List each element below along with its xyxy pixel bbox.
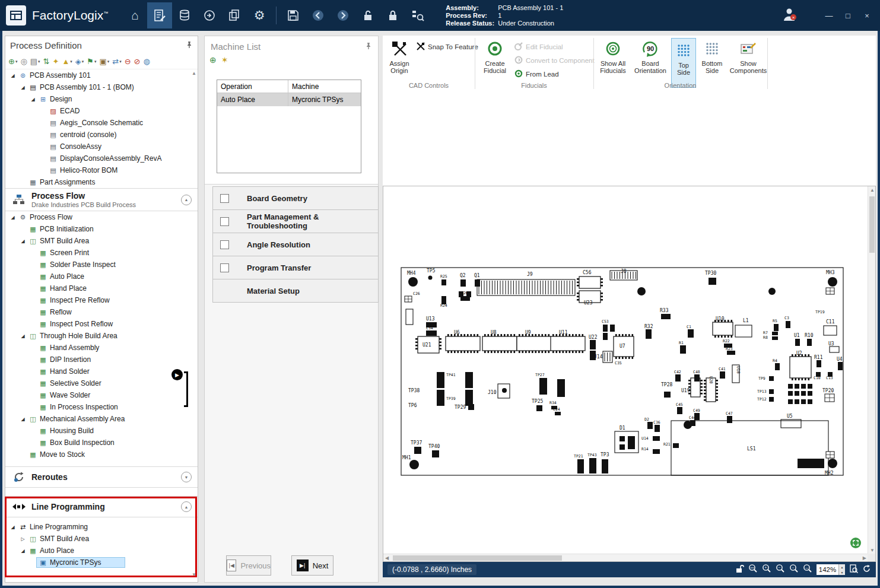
vertical-scroll-thumb[interactable] xyxy=(869,196,875,253)
convert-to-component-button[interactable]: Convert to Component xyxy=(514,55,595,66)
folder-icon[interactable]: ▣▾ xyxy=(99,57,110,66)
section-angle-resolution[interactable]: Angle Resolution xyxy=(212,233,379,256)
flow-item-hand-solder[interactable]: ▦Hand Solder xyxy=(5,365,198,377)
zoom-in-icon[interactable]: + xyxy=(762,564,771,576)
search-structure-icon[interactable] xyxy=(405,2,430,28)
collapse-up-icon[interactable]: ▲ xyxy=(181,195,192,205)
flow-item-process-flow[interactable]: ◢⚙Process Flow xyxy=(5,211,198,223)
show-components-button[interactable]: Show Components xyxy=(729,39,767,74)
forward-icon[interactable] xyxy=(331,2,355,28)
add-icon[interactable]: ⊕▾ xyxy=(8,57,18,66)
zoom-value[interactable]: 142% xyxy=(817,566,838,573)
flow-item-pcb-initialization[interactable]: ▦PCB Initialization xyxy=(5,223,198,235)
documents-icon[interactable] xyxy=(222,2,247,28)
unlock-icon[interactable] xyxy=(355,2,380,28)
flow-item-in-process-inspection[interactable]: ▦In Process Inspection xyxy=(5,401,198,413)
expanded-arrow-icon[interactable]: ◢ xyxy=(9,525,17,530)
flow-item-screen-print[interactable]: ▦Screen Print xyxy=(5,247,198,259)
flow-item-smt-build-area[interactable]: ◢◫SMT Build Area xyxy=(5,235,198,247)
line-item-mycronic-tpsys[interactable]: ▣Mycronic TPSys xyxy=(5,557,198,568)
expanded-arrow-icon[interactable]: ◢ xyxy=(19,333,27,339)
pcb-board-view[interactable]: MH4TP5C26R25Q2Q1R26R24J9C56U23J8TP30MH3U… xyxy=(383,186,868,554)
line-item-smt-build-area[interactable]: ▷◫SMT Build Area xyxy=(5,533,198,545)
package-icon[interactable]: ◈▾ xyxy=(75,57,85,66)
back-icon[interactable] xyxy=(306,2,331,28)
tree-item-ecad[interactable]: ▨ECAD xyxy=(5,105,198,117)
expanded-arrow-icon[interactable]: ◢ xyxy=(19,85,27,90)
line-item-line-programming[interactable]: ◢⇄Line Programming xyxy=(5,521,198,533)
block-icon[interactable]: ⊘ xyxy=(134,57,141,66)
pin-icon[interactable] xyxy=(186,40,193,50)
flow-item-dip-insertion[interactable]: ▦DIP Insertion xyxy=(5,354,198,365)
lock-icon[interactable] xyxy=(380,2,405,28)
user-icon[interactable]: × xyxy=(781,7,797,24)
collapsed-arrow-icon[interactable]: ▷ xyxy=(19,536,27,542)
refresh-view-icon[interactable] xyxy=(862,564,871,576)
dispatch-icon[interactable] xyxy=(197,2,222,28)
flow-item-move-to-stock[interactable]: ▦Move to Stock xyxy=(5,449,198,460)
scroll-up-arrow[interactable]: ▲ xyxy=(192,71,196,76)
zoom-window-icon[interactable]: ▭ xyxy=(748,564,758,576)
flow-item-reflow[interactable]: ▦Reflow xyxy=(5,306,198,318)
pcb-canvas[interactable]: MH4TP5C26R25Q2Q1R26R24J9C56U23J8TP30MH3U… xyxy=(383,186,876,562)
zoom-pan-icon[interactable]: ↔ xyxy=(803,564,812,576)
flow-item-inspect-pre-reflow[interactable]: ▦Inspect Pre Reflow xyxy=(5,294,198,306)
process-editor-icon[interactable] xyxy=(147,2,172,28)
minimize-button[interactable]: — xyxy=(824,11,834,20)
previous-button[interactable]: |◀ Previous xyxy=(226,555,271,576)
expand-down-icon[interactable]: ▼ xyxy=(181,472,192,482)
flow-item-solder-paste-inspect[interactable]: ▦Solder Paste Inspect xyxy=(5,259,198,271)
remove-icon[interactable]: ⊖ xyxy=(124,57,132,66)
home-icon[interactable]: ⌂ xyxy=(122,2,147,28)
horizontal-scrollbar[interactable]: ◀ ▶ xyxy=(383,554,868,561)
vertical-scrollbar[interactable]: ▲ ▼ xyxy=(868,186,875,554)
save-icon[interactable] xyxy=(281,2,306,28)
machine-row[interactable]: Auto PlaceMycronic TPSys xyxy=(217,93,361,106)
bottom-side-button[interactable]: Bottom Side xyxy=(698,39,726,74)
flow-item-through-hole-build-area[interactable]: ◢◫Through Hole Build Area xyxy=(5,330,198,342)
snap-to-feature-button[interactable]: Snap To Feature xyxy=(417,42,478,52)
expanded-arrow-icon[interactable]: ◢ xyxy=(19,417,27,422)
section-part-management-troubleshooting[interactable]: Part Management & Troubleshooting xyxy=(212,209,379,233)
hold-icon[interactable]: ◍ xyxy=(143,57,151,66)
collapse-up-icon[interactable]: ▲ xyxy=(181,501,192,512)
lock-open-icon[interactable] xyxy=(735,564,744,576)
tree-item-pcb-assembly-101[interactable]: ◢⊛PCB Assembly 101 xyxy=(5,69,198,81)
next-button[interactable]: ▶| Next xyxy=(291,555,333,576)
section-checkbox[interactable] xyxy=(220,240,229,249)
tree-item-centroid-console[interactable]: ▤centroid (console) xyxy=(5,129,198,141)
flow-item-mechanical-assembly-area[interactable]: ◢◫Mechanical Assembly Area xyxy=(5,413,198,425)
compare-icon[interactable]: ◎ xyxy=(20,57,27,66)
print-icon[interactable]: ▤▾ xyxy=(30,57,41,66)
tree-item-design[interactable]: ◢⊞Design xyxy=(5,93,198,105)
maximize-button[interactable]: □ xyxy=(843,11,853,20)
zoom-extents-icon[interactable]: ▫ xyxy=(789,564,799,576)
flow-item-selective-solder[interactable]: ▦Selective Solder xyxy=(5,377,198,389)
flag-icon[interactable]: ⚑▾ xyxy=(86,57,97,66)
line-programming-header[interactable]: Line Programming ▲ xyxy=(5,496,198,517)
pin-icon[interactable] xyxy=(365,41,372,52)
tree-item-pcb-assembly-101-1-bom[interactable]: ◢▤PCB Assembly 101 - 1 (BOM) xyxy=(5,81,198,93)
add-machine-icon[interactable]: ⊕ xyxy=(209,55,217,65)
flow-item-auto-place[interactable]: ▦Auto Place xyxy=(5,271,198,282)
section-material-setup[interactable]: Material Setup xyxy=(212,279,379,303)
expanded-arrow-icon[interactable]: ◢ xyxy=(29,97,37,102)
flow-item-wave-solder[interactable]: ▦Wave Solder xyxy=(5,389,198,401)
section-program-transfer[interactable]: Program Transfer xyxy=(212,256,379,279)
test-icon[interactable]: ▲▾ xyxy=(61,57,72,66)
close-button[interactable]: × xyxy=(862,11,872,20)
show-all-fiducials-button[interactable]: Show All Fiducials xyxy=(596,39,630,74)
sync-icon[interactable]: ⇅ xyxy=(43,57,50,66)
section-checkbox[interactable] xyxy=(220,263,229,272)
line-item-auto-place[interactable]: ◢▦Auto Place xyxy=(5,545,198,557)
tree-item-part-assignments[interactable]: ▦Part Assignments xyxy=(5,176,198,188)
settings-icon[interactable]: ⚙ xyxy=(247,2,272,28)
column-operation[interactable]: Operation xyxy=(217,80,288,93)
transfer-icon[interactable]: ⇄▾ xyxy=(112,57,122,66)
zoom-out-icon[interactable]: − xyxy=(776,564,785,576)
column-machine[interactable]: Machine xyxy=(288,80,361,93)
section-checkbox[interactable] xyxy=(220,217,229,226)
zoom-percent-input[interactable]: 142% ▲▼ xyxy=(817,564,845,575)
edit-fiducial-button[interactable]: Edit Fiducial xyxy=(514,42,563,52)
zoom-fit-button[interactable] xyxy=(850,538,861,548)
